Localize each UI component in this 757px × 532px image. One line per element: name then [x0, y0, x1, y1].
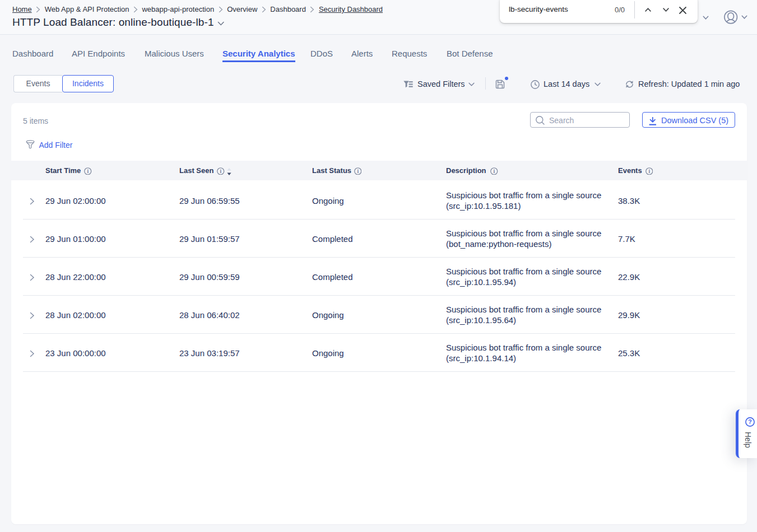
svg-text:i: i	[494, 169, 495, 174]
svg-text:?: ?	[748, 418, 751, 425]
svg-text:i: i	[648, 169, 650, 174]
svg-text:i: i	[357, 169, 359, 174]
svg-text:i: i	[220, 169, 222, 174]
svg-text:i: i	[87, 169, 89, 174]
